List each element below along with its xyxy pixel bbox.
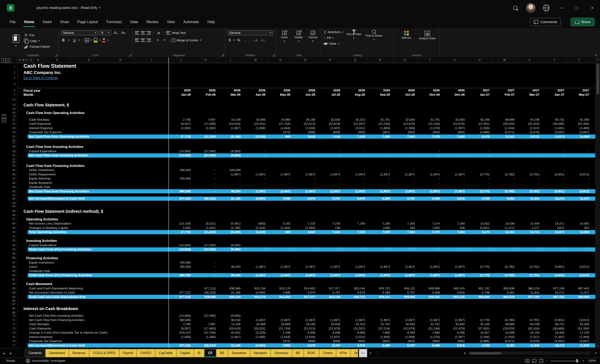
cell-r39-c16[interactable]: - <box>542 185 567 189</box>
cell-r7-c12[interactable]: Dec-26 <box>442 93 467 96</box>
cell-r72-c12[interactable]: 32,834 <box>442 322 467 326</box>
cell-r49-c5[interactable]: (2,344) <box>268 226 293 230</box>
cell-r40-c1[interactable]: 900,000 <box>169 190 193 193</box>
zoom-out-button[interactable]: − <box>546 359 548 363</box>
column-header-S[interactable]: S <box>393 57 417 63</box>
cell-r53-c7[interactable]: - <box>318 244 343 247</box>
row-header-50[interactable]: 50 <box>0 230 18 234</box>
cell-r24-c1[interactable]: - <box>169 131 193 134</box>
cell-r58-c17[interactable]: (3,812) <box>567 265 592 269</box>
cell-r31-c5[interactable]: - <box>268 154 293 157</box>
delete-cells-button[interactable]: × Delete▾ <box>293 31 305 43</box>
row-header-74[interactable]: 74 <box>0 330 18 335</box>
cell-r58-c3[interactable]: 98,333 <box>218 265 243 269</box>
cell-r63-c7[interactable]: 917,377 <box>318 287 343 290</box>
share-button[interactable]: Share <box>571 18 595 26</box>
row-header-1[interactable]: 1 <box>0 63 18 69</box>
cell-r50-c16[interactable]: 14,073 <box>542 230 567 234</box>
cell-r50-c2[interactable]: (11,234) <box>193 230 218 234</box>
cell-r75-c7[interactable]: (1,622) <box>318 335 343 339</box>
analyze-data-button[interactable]: Analyze Data <box>418 31 436 40</box>
cell-r7-c7[interactable]: Jul-26 <box>318 93 343 96</box>
cell-r49-c2[interactable]: (2,002) <box>193 226 218 230</box>
row-header-14[interactable]: 14 <box>0 102 18 107</box>
cell-r25-c4[interactable]: (3,318) <box>243 135 268 138</box>
cell-r77-c1[interactable]: 877,222 <box>169 344 193 347</box>
font-size-select[interactable]: 8▾ <box>99 30 111 35</box>
cell-r70-c11[interactable]: - <box>418 314 442 318</box>
cell-r53-c15[interactable]: - <box>517 244 542 247</box>
cell-r71-c8[interactable]: (1,667) <box>343 318 368 322</box>
row-header-49[interactable]: 49 <box>0 226 18 230</box>
cell-r74-c6[interactable]: 5,506 <box>293 331 318 335</box>
cell-r63-c13[interactable]: 951,132 <box>468 287 492 290</box>
cell-r23-c4[interactable]: (1,656) <box>243 127 268 130</box>
cell-r71-c1[interactable]: 900,000 <box>169 318 193 322</box>
cell-r53-c6[interactable]: - <box>293 244 318 247</box>
cell-r48-c1[interactable]: (13,728) <box>169 222 193 225</box>
cell-r73-c9[interactable]: (22,234) <box>368 327 393 330</box>
cell-r48-c3[interactable]: (5,401) <box>218 222 243 225</box>
row-header-25[interactable]: 25 <box>0 135 18 139</box>
cell-r77-c15[interactable]: 11,941 <box>517 344 542 347</box>
row-header-41[interactable]: 41 <box>0 193 18 196</box>
cell-r64-c8[interactable]: 5,578 <box>343 291 368 294</box>
sheet-tab-roic[interactable]: ROIC <box>304 349 319 357</box>
cell-r53-c2[interactable]: (27,000) <box>193 244 218 247</box>
cell-r73-c2[interactable]: (17,840) <box>193 327 218 330</box>
cell-r39-c5[interactable]: - <box>268 185 293 189</box>
cell-r23-c13[interactable]: (1,556) <box>468 127 492 130</box>
cell-r70-c5[interactable]: - <box>268 314 293 318</box>
orientation-icon[interactable]: ab <box>156 30 161 36</box>
cell-r23-c3[interactable]: (1,667) <box>218 127 243 130</box>
cell-r74-c16[interactable]: 16,445 <box>542 331 567 335</box>
grow-font-button[interactable]: A▴ <box>113 31 119 35</box>
ribbon-tab-view[interactable]: View <box>163 16 179 28</box>
cell-r24-c7[interactable]: (899) <box>318 131 343 134</box>
cell-r60-c14[interactable]: (3,780) <box>492 273 517 277</box>
cell-r49-c4[interactable]: (2,424) <box>243 226 268 230</box>
cell-r63-c16[interactable]: 977,160 <box>542 287 567 290</box>
cell-r65-c1[interactable]: 877,222 <box>169 295 193 299</box>
cell-r48-c12[interactable]: 7,284 <box>442 222 467 225</box>
cell-r7-c9[interactable]: Sep-26 <box>368 93 393 96</box>
cell-r50-c13[interactable]: 8,475 <box>468 230 492 234</box>
cell-r50-c3[interactable]: (8,168) <box>218 230 243 234</box>
cell-r42-c12[interactable]: 5,816 <box>442 197 467 200</box>
row-header-59[interactable]: 59 <box>0 269 18 273</box>
cell-r76-c9[interactable]: (901) <box>368 339 393 343</box>
cell-r49-c8[interactable]: - <box>343 226 368 230</box>
cell-r40-c2[interactable]: - <box>193 190 218 193</box>
cell-r53-c17[interactable]: - <box>567 244 592 247</box>
column-header-U[interactable]: U <box>442 57 467 63</box>
cell-r60-c12[interactable]: (1,667) <box>442 273 467 277</box>
cell-r6-c16[interactable]: 2027 <box>542 89 567 92</box>
cell-r75-c16[interactable]: (1,491) <box>542 335 567 339</box>
ribbon-tab-formulas[interactable]: Formulas <box>102 16 126 28</box>
cell-r35-c9[interactable]: - <box>368 168 393 172</box>
comments-button[interactable]: Comments <box>530 18 561 26</box>
cell-r39-c8[interactable]: - <box>343 185 368 189</box>
row-header-7[interactable]: 7 <box>0 92 18 97</box>
cell-r59-c9[interactable]: - <box>368 269 393 273</box>
cell-r64-c15[interactable]: 11,941 <box>517 291 542 294</box>
sheet-tab-payroll[interactable]: Payroll <box>120 349 137 357</box>
cell-r72-c17[interactable]: 52,394 <box>567 322 592 326</box>
cell-r70-c15[interactable]: - <box>517 314 542 318</box>
cell-r22-c15[interactable]: (32,316) <box>517 122 542 126</box>
cell-r25-c17[interactable]: 14,884 <box>567 135 592 138</box>
row-header-70[interactable]: 70 <box>0 314 18 318</box>
cell-r7-c14[interactable]: Feb-27 <box>492 93 517 96</box>
cell-r31-c15[interactable]: - <box>517 154 542 157</box>
cell-r65-c15[interactable]: 977,160 <box>517 295 542 299</box>
cell-r37-c11[interactable]: - <box>418 177 442 180</box>
cell-r71-c15[interactable]: (3,791) <box>517 318 542 322</box>
cell-r36-c1[interactable]: - <box>169 173 193 176</box>
cell-r76-c1[interactable]: - <box>169 339 193 343</box>
cell-r35-c12[interactable]: - <box>442 168 467 172</box>
addins-button[interactable]: Add-ins <box>397 31 416 40</box>
font-dialog-launcher[interactable] <box>129 54 131 56</box>
column-header-B[interactable]: B <box>22 57 25 63</box>
sheet-scroll-right-icon[interactable]: ▸ <box>7 351 14 355</box>
cell-r24-c16[interactable]: (4,682) <box>542 131 567 134</box>
